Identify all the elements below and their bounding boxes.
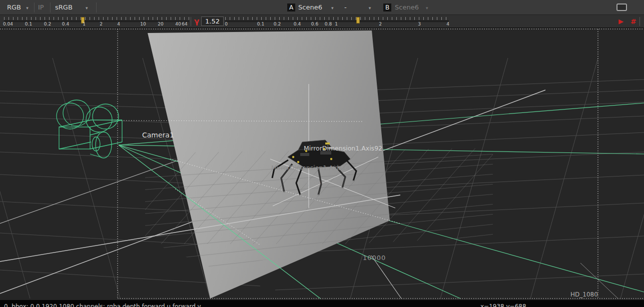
viewer-toolbar: RGB ▾ IP sRGB ▾ A Scene6 ▾ - ▾ B Scene6 … [0,0,644,15]
tick-label: 0.2 [44,22,51,26]
chevron-down-icon: ▾ [86,6,88,10]
chevron-down-icon: ▾ [331,6,334,10]
tick-label: 2 [100,22,103,26]
input-b-badge-label: B [385,4,389,11]
input-b-dropdown[interactable]: Scene6 ▾ [395,0,428,15]
chevron-down-icon: ▾ [26,6,29,10]
tick-label: 0.4 [62,22,69,26]
tick-label: 0.4 [294,22,301,26]
tick-label: 0 [225,22,228,26]
tick-label: 0.8 [325,22,332,26]
tick-label: 0.04 [3,22,13,26]
tick-label: 0.1 [257,22,264,26]
slider-separator [191,17,191,26]
axis14-label: MirrorDimension1.Axis14 [271,164,350,172]
bbox-channels-status: 0 bbox: 0.0 1920 1080 channels: rgba dep… [4,303,201,307]
cursor-position-status: x=1938 y=688 [480,303,526,307]
gamma-value-field[interactable]: 1.52 [201,16,224,26]
input-b-value: Scene6 [395,4,419,11]
chevron-down-icon: ▾ [426,6,428,10]
tick-label: 64 [182,22,187,26]
input-a-value: Scene6 [298,4,322,11]
tick-label: 4 [446,22,449,26]
input-b-badge[interactable]: B [383,4,391,12]
input-a-badge[interactable]: A [287,4,295,12]
chevron-down-icon: ▾ [369,6,371,10]
3d-viewport[interactable]: Camera1 MirrorDimension1.Axis92 MirrorDi… [0,28,644,300]
gamma-icon: γ [194,17,199,26]
wipe-mode-dropdown[interactable]: - ▾ [344,0,371,15]
input-process-toggle[interactable]: IP [38,0,44,15]
monitor-icon[interactable] [616,4,627,11]
hash-glyph: # [630,18,636,26]
tick-label: 4 [117,22,120,26]
tick-label: 2 [379,22,382,26]
hash-icon[interactable]: # [630,18,636,26]
channels-dropdown[interactable]: RGB ▾ [7,0,29,15]
input-a-badge-label: A [289,4,293,11]
colorspace-dropdown-label: sRGB [55,4,73,11]
status-bar: 0 bbox: 0.0 1920 1080 channels: rgba dep… [0,300,644,307]
gain-slider-ruler [4,17,189,20]
3d-scene: Camera1 MirrorDimension1.Axis92 MirrorDi… [0,28,644,300]
channels-dropdown-label: RGB [7,4,21,11]
gain-gamma-bar: γ 1.52 ▶ # 0.040.10.20.41241020406400.10… [0,15,644,28]
input-a-dropdown[interactable]: Scene6 ▾ [298,0,334,15]
grid-1000-label: 1000 [305,180,321,187]
tick-label: 1 [83,22,86,26]
format-label: HD_1080 [570,291,598,298]
gamma-slider-ruler [225,17,449,20]
toolbar-separator [50,2,51,12]
colorspace-dropdown[interactable]: sRGB ▾ [55,0,88,15]
tick-label: 0.1 [25,22,32,26]
gamma-slider-handle[interactable] [356,17,360,24]
nuke-3d-viewer-window: RGB ▾ IP sRGB ▾ A Scene6 ▾ - ▾ B Scene6 … [0,0,644,307]
tick-label: 0.6 [311,22,318,26]
tick-label: 0.2 [274,22,281,26]
tick-label: 20 [158,22,163,26]
axis92-label: MirrorDimension1.Axis92 [304,144,382,152]
toolbar-separator [96,2,97,12]
triple-arrow-glyph: ▶ [618,18,622,25]
tick-label: 40 [175,22,181,26]
tick-label: 10 [140,22,146,26]
grid-10000-label: 10000 [363,254,386,262]
triple-arrow-icon[interactable]: ▶ [618,18,622,25]
slider-separator [639,17,640,26]
camera-label: Camera1 [142,131,174,139]
tick-label: 3 [418,22,421,26]
tick-label: 1 [335,22,338,26]
input-process-label: IP [38,4,44,11]
toolbar-separator [34,2,35,12]
wipe-mode-value: - [344,4,347,11]
